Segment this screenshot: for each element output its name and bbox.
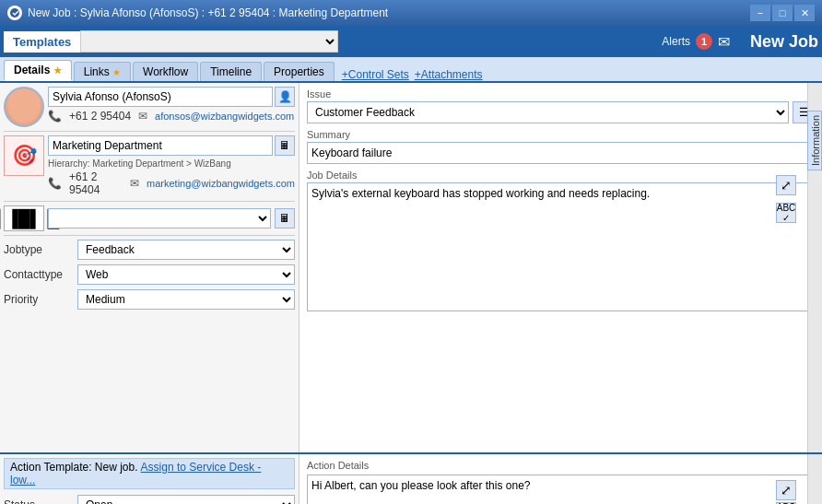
spellcheck-btn[interactable]: ABC✓ [776, 203, 796, 223]
tab-properties[interactable]: Properties [264, 62, 335, 81]
dept-phone-icon: 📞 [48, 177, 62, 190]
tab-workflow[interactable]: Workflow [133, 62, 198, 81]
contact-email: afonsos@wizbangwidgets.com [155, 111, 294, 122]
jobtype-select[interactable]: Feedback [77, 240, 295, 260]
contact-phone-row: 📞 +61 2 95404 ✉ afonsos@wizbangwidgets.c… [48, 109, 295, 123]
priority-label: Priority [4, 293, 77, 306]
status-select[interactable]: Open [77, 495, 295, 504]
alerts-label: Alerts [662, 35, 690, 48]
asset-calc-btn[interactable]: 🖩 [275, 208, 295, 229]
svg-point-0 [10, 8, 19, 18]
left-panel: 👤 📞 +61 2 95404 ✉ afonsos@wizbangwidgets… [0, 83, 299, 452]
asset-divider [4, 235, 295, 236]
dept-divider [4, 201, 295, 202]
close-button[interactable]: ✕ [794, 5, 815, 21]
job-details-textarea[interactable]: Sylvia's external keyboard has stopped w… [307, 182, 815, 311]
department-calc-icon-btn[interactable]: 🖩 [275, 135, 295, 156]
priority-row: Priority Medium [4, 289, 295, 310]
dept-email-icon: ✉ [130, 177, 139, 190]
department-input[interactable] [48, 135, 273, 156]
right-panel: Issue Customer Feedback ☰ Summary Job De… [299, 83, 822, 452]
app-icon [7, 6, 22, 20]
asset-row: ▐▌▐█▌▐▌ 🖩 [4, 205, 295, 231]
bottom-section: Action Template: New job. Assign to Serv… [0, 452, 822, 504]
bottom-right-panel: Action Details Hi Albert, can you please… [299, 454, 822, 504]
department-info-block: 🖩 Hierarchy: Marketing Department > WizB… [48, 135, 295, 197]
department-input-row: 🖩 [48, 135, 295, 156]
maximize-button[interactable]: □ [772, 5, 793, 21]
action-template-label: Action Template: New job. [10, 461, 138, 474]
issue-label: Issue [307, 88, 815, 100]
summary-section: Summary [307, 129, 815, 164]
action-expand-btn[interactable]: ⤢ [776, 480, 796, 500]
jobtype-row: Jobtype Feedback [4, 240, 295, 260]
summary-input[interactable] [307, 142, 815, 164]
window-controls: − □ ✕ [750, 5, 815, 21]
tab-timeline[interactable]: Timeline [200, 62, 262, 81]
templates-button[interactable]: Templates [4, 31, 80, 53]
phone-icon: 📞 [48, 110, 62, 123]
dept-contact-row: 📞 +61 2 95404 ✉ marketing@wizbangwidgets… [48, 170, 295, 197]
title-bar: New Job : Sylvia Afonso (AfonsoS) : +61 … [0, 0, 822, 26]
issue-select[interactable]: Customer Feedback [307, 101, 789, 123]
tab-bar: Details ★ Links ★ Workflow Timeline Prop… [0, 57, 822, 83]
contact-person-icon-btn[interactable]: 👤 [275, 87, 295, 107]
avatar-face [6, 88, 42, 125]
department-row: 🎯 🖩 Hierarchy: Marketing Department > Wi… [4, 135, 295, 197]
action-details-label: Action Details [307, 460, 815, 471]
contact-info-block: 👤 📞 +61 2 95404 ✉ afonsos@wizbangwidgets… [48, 87, 295, 123]
status-label: Status [4, 498, 77, 504]
summary-label: Summary [307, 129, 815, 140]
templates-dropdown[interactable] [80, 30, 338, 53]
target-icon: 🎯 [12, 144, 37, 168]
alerts-badge: 1 [696, 33, 712, 50]
email-icon: ✉ [138, 110, 147, 123]
tab-details[interactable]: Details ★ [4, 60, 72, 81]
menu-bar: Templates Alerts 1 ✉ New Job [0, 26, 822, 57]
contact-name-input[interactable] [48, 87, 273, 107]
asset-dropdown[interactable] [48, 208, 271, 229]
contacttype-label: Contacttype [4, 268, 77, 281]
expand-details-btn[interactable]: ⤢ [776, 175, 796, 195]
issue-section: Issue Customer Feedback ☰ [307, 88, 815, 123]
contact-row: 👤 📞 +61 2 95404 ✉ afonsos@wizbangwidgets… [4, 87, 295, 127]
action-template-bar: Action Template: New job. Assign to Serv… [4, 458, 295, 489]
title-text: New Job : Sylvia Afonso (AfonsoS) : +61 … [28, 6, 750, 19]
hierarchy-text: Hierarchy: Marketing Department > WizBan… [48, 158, 231, 169]
minimize-button[interactable]: − [750, 5, 770, 21]
hierarchy-row: Hierarchy: Marketing Department > WizBan… [48, 158, 295, 170]
alerts-section: Alerts 1 ✉ New Job [662, 32, 818, 52]
job-details-section: Job Details Sylvia's external keyboard h… [307, 170, 815, 314]
dept-email: marketing@wizbangwidgets.com [147, 178, 295, 189]
tab-attachments[interactable]: +Attachments [415, 68, 483, 81]
department-icon-box: 🎯 [4, 135, 44, 176]
tab-links[interactable]: Links ★ [74, 62, 131, 81]
contacttype-select[interactable]: Web [77, 264, 295, 285]
priority-select[interactable]: Medium [77, 289, 295, 310]
job-details-label: Job Details [307, 170, 815, 181]
contacttype-row: Contacttype Web [4, 264, 295, 285]
information-tab[interactable]: Information [807, 111, 822, 170]
contact-divider [4, 131, 295, 132]
issue-row: Customer Feedback ☰ [307, 101, 815, 123]
main-content: 👤 📞 +61 2 95404 ✉ afonsos@wizbangwidgets… [0, 83, 822, 452]
status-row: Status Open [4, 495, 295, 504]
action-details-textarea[interactable]: Hi Albert, can you please look after thi… [307, 475, 815, 504]
contact-name-row: 👤 [48, 87, 295, 107]
contact-phone: +61 2 95404 [69, 110, 131, 123]
bottom-left-panel: Action Template: New job. Assign to Serv… [0, 454, 299, 504]
tab-control-sets[interactable]: +Control Sets [342, 68, 409, 81]
new-job-title: New Job [750, 32, 818, 52]
avatar [4, 87, 44, 127]
jobtype-label: Jobtype [4, 243, 77, 256]
mail-icon[interactable]: ✉ [718, 33, 730, 51]
action-scrollbar[interactable] [807, 454, 822, 504]
barcode-icon: ▐▌▐█▌▐▌ [4, 205, 44, 231]
dept-phone: +61 2 95404 [69, 170, 123, 196]
